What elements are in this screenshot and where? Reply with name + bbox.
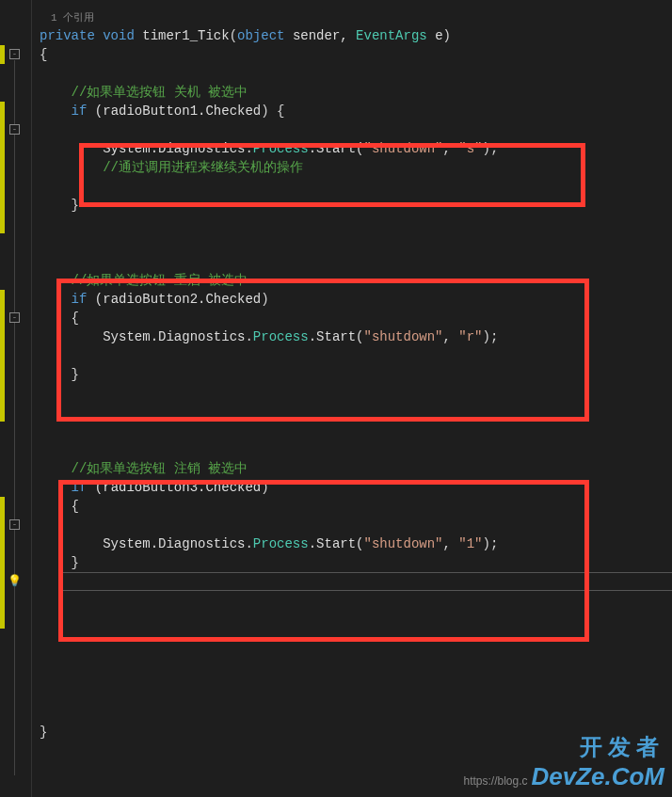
- code-line[interactable]: }: [32, 553, 672, 572]
- fold-gutter[interactable]: - - - - 💡: [5, 0, 32, 797]
- code-line[interactable]: //如果单选按钮 重启 被选中: [32, 271, 672, 290]
- code-area[interactable]: 1 个引用 private void timer1_Tick(object se…: [32, 0, 672, 797]
- code-line[interactable]: //通过调用进程来继续关机的操作: [32, 158, 672, 177]
- fold-toggle-icon[interactable]: -: [9, 312, 20, 323]
- code-line[interactable]: }: [32, 196, 672, 215]
- code-line[interactable]: private void timer1_Tick(object sender, …: [32, 26, 672, 45]
- code-line[interactable]: if (radioButton1.Checked) {: [32, 102, 672, 120]
- fold-toggle-icon[interactable]: -: [9, 124, 20, 135]
- codelens-references[interactable]: 1 个引用: [32, 9, 672, 26]
- code-line[interactable]: //如果单选按钮 注销 被选中: [32, 459, 672, 478]
- code-line[interactable]: //如果单选按钮 关机 被选中: [32, 83, 672, 102]
- code-line[interactable]: {: [32, 497, 672, 516]
- code-line[interactable]: }: [32, 365, 672, 384]
- code-line[interactable]: }: [32, 723, 672, 741]
- code-line[interactable]: if (radioButton3.Checked): [32, 478, 672, 497]
- code-line[interactable]: System.Diagnostics.Process.Start("shutdo…: [32, 139, 672, 158]
- code-editor[interactable]: - - - - 💡 1 个引用 private void timer1_Tick…: [0, 0, 672, 797]
- code-line[interactable]: System.Diagnostics.Process.Start("shutdo…: [32, 534, 672, 553]
- code-line[interactable]: [32, 64, 672, 83]
- code-line[interactable]: [32, 346, 672, 365]
- code-line[interactable]: [32, 516, 672, 534]
- fold-toggle-icon[interactable]: -: [9, 519, 20, 530]
- fold-toggle-icon[interactable]: -: [9, 49, 20, 59]
- code-line[interactable]: System.Diagnostics.Process.Start("shutdo…: [32, 327, 672, 346]
- code-line[interactable]: [32, 120, 672, 139]
- code-line[interactable]: {: [32, 309, 672, 327]
- code-line[interactable]: if (radioButton2.Checked): [32, 290, 672, 309]
- code-line[interactable]: {: [32, 45, 672, 64]
- code-line[interactable]: [32, 177, 672, 196]
- lightbulb-icon[interactable]: 💡: [8, 572, 22, 591]
